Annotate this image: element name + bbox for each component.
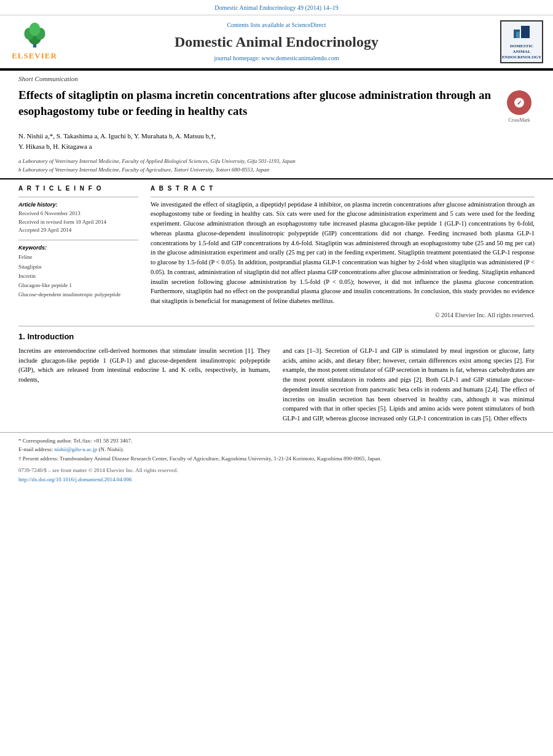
received-1: Received 6 November 2013 <box>18 210 138 218</box>
doi-line: http://dx.doi.org/10.1016/j.domaniend.20… <box>18 476 535 484</box>
journal-homepage-line: journal homepage: www.domesticanimalendo… <box>65 54 488 63</box>
elsevier-logo: ELSEVIER <box>10 22 59 61</box>
journal-citation-bar: Domestic Animal Endocrinology 49 (2014) … <box>0 0 553 15</box>
authors-section: N. Nishii a,*, S. Takashima a, A. Iguchi… <box>0 129 553 156</box>
keyword-feline: Feline <box>18 253 138 262</box>
intro-body: Incretins are enteroendocrine cell-deriv… <box>0 346 553 427</box>
abstract-text: We investigated the effect of sitaglipti… <box>151 200 535 306</box>
keyword-gip: Glucose-dependent insulinotropic polypep… <box>18 290 138 299</box>
elsevier-tree-icon <box>18 22 52 49</box>
crossmark-icon: ✓ <box>506 90 532 116</box>
intro-left-col: Incretins are enteroendocrine cell-deriv… <box>18 346 270 427</box>
homepage-url[interactable]: www.domesticanimalendo.com <box>262 55 339 61</box>
journal-name: Domestic Animal Endocrinology <box>65 32 488 53</box>
copyright-line: © 2014 Elsevier Inc. All rights reserved… <box>151 311 535 320</box>
abstract-col: A B S T R A C T We investigated the effe… <box>151 184 535 320</box>
accepted-date: Accepted 29 April 2014 <box>18 226 138 235</box>
elsevier-brand-text: ELSEVIER <box>12 50 57 61</box>
journal-logo-box: DOMESTIC ANIMAL ENDOCRINOLOGY <box>494 20 543 63</box>
svg-rect-7 <box>516 32 520 38</box>
received-2: Received in revised form 10 April 2014 <box>18 218 138 227</box>
svg-text:✓: ✓ <box>517 100 522 106</box>
journal-logo-icon <box>512 23 531 42</box>
intro-left-text: Incretins are enteroendocrine cell-deriv… <box>18 346 270 385</box>
intro-section: 1. Introduction <box>0 326 553 342</box>
crossmark-label: CrossMark <box>508 117 530 124</box>
issn-line: 0739-7240/$ – see front matter © 2014 El… <box>18 467 535 474</box>
footnote-email-link[interactable]: nishii@gifu-u.ac.jp <box>54 446 97 452</box>
footnote-present-address: † Present address: Transboundary Animal … <box>18 454 535 463</box>
article-title-section: Effects of sitagliptin on plasma increti… <box>0 85 553 128</box>
article-info-heading: A R T I C L E I N F O <box>18 184 138 193</box>
footnote-corresponding: * Corresponding author. Tel./fax: +81 58… <box>18 436 535 445</box>
footer-section: 0739-7240/$ – see front matter © 2014 El… <box>0 463 553 483</box>
affiliation-b: b Laboratory of Veterinary Internal Medi… <box>18 166 535 174</box>
crossmark-block[interactable]: ✓ CrossMark <box>504 87 535 124</box>
article-info-col: A R T I C L E I N F O Article history: R… <box>18 184 138 320</box>
journal-brand-logo: DOMESTIC ANIMAL ENDOCRINOLOGY <box>500 20 543 63</box>
journal-header: ELSEVIER Contents lists available at Sci… <box>0 15 553 69</box>
sciencedirect-line: Contents lists available at ScienceDirec… <box>65 21 488 30</box>
authors-line-1: N. Nishii a,*, S. Takashima a, A. Iguchi… <box>18 132 535 141</box>
authors-line-2: Y. Hikasa b, H. Kitagawa a <box>18 142 535 151</box>
doi-link[interactable]: http://dx.doi.org/10.1016/j.domaniend.20… <box>18 476 132 482</box>
keyword-glp1: Glucagon-like peptide 1 <box>18 281 138 290</box>
abstract-heading: A B S T R A C T <box>151 184 535 193</box>
keywords-label: Keywords: <box>18 244 138 252</box>
article-title: Effects of sitagliptin on plasma increti… <box>18 87 498 119</box>
keywords-list: Feline Sitagliptin Incretin Glucagon-lik… <box>18 253 138 299</box>
article-history-label: Article history: <box>18 201 138 209</box>
intro-heading: 1. Introduction <box>18 331 535 342</box>
intro-right-col: and cats [1–3]. Secretion of GLP-1 and G… <box>283 346 535 427</box>
keyword-sitagliptin: Sitagliptin <box>18 262 138 272</box>
intro-right-text: and cats [1–3]. Secretion of GLP-1 and G… <box>283 346 535 423</box>
journal-citation-text: Domestic Animal Endocrinology 49 (2014) … <box>214 4 338 11</box>
affiliation-a: a Laboratory of Veterinary Internal Medi… <box>18 157 535 165</box>
svg-point-4 <box>29 23 40 36</box>
footnote-email: E-mail address: nishii@gifu-u.ac.jp (N. … <box>18 445 535 454</box>
footnotes-section: * Corresponding author. Tel./fax: +81 58… <box>0 432 553 463</box>
article-type-label: Short Communication <box>0 71 553 85</box>
sciencedirect-link[interactable]: ScienceDirect <box>291 22 326 28</box>
journal-title-block: Contents lists available at ScienceDirec… <box>65 21 488 63</box>
article-info-abstract: A R T I C L E I N F O Article history: R… <box>0 179 553 320</box>
affiliations-section: a Laboratory of Veterinary Internal Medi… <box>0 155 553 178</box>
svg-rect-6 <box>521 26 530 38</box>
keyword-incretin: Incretin <box>18 272 138 281</box>
